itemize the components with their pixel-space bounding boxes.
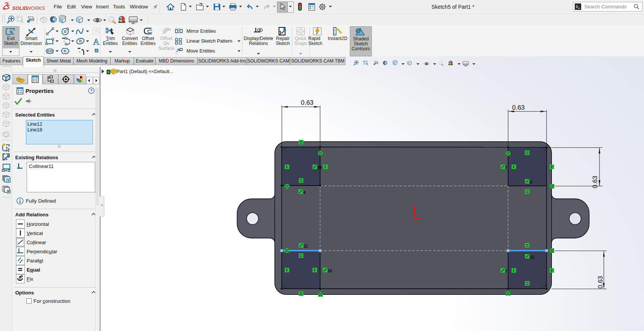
svg-text:?: ? <box>90 88 93 93</box>
svg-text:7: 7 <box>505 269 507 273</box>
svg-text:0.63: 0.63 <box>512 104 524 111</box>
svg-text:0.63: 0.63 <box>597 276 604 288</box>
svg-text:4: 4 <box>530 180 532 184</box>
svg-text:10: 10 <box>328 269 332 273</box>
svg-text:10: 10 <box>317 166 322 170</box>
svg-text:0.63: 0.63 <box>591 176 599 188</box>
svg-text:7: 7 <box>505 166 507 170</box>
svg-text:0.63: 0.63 <box>301 99 313 106</box>
svg-text:11: 11 <box>530 255 534 259</box>
svg-text:4: 4 <box>303 190 306 195</box>
svg-text:11: 11 <box>304 244 308 248</box>
